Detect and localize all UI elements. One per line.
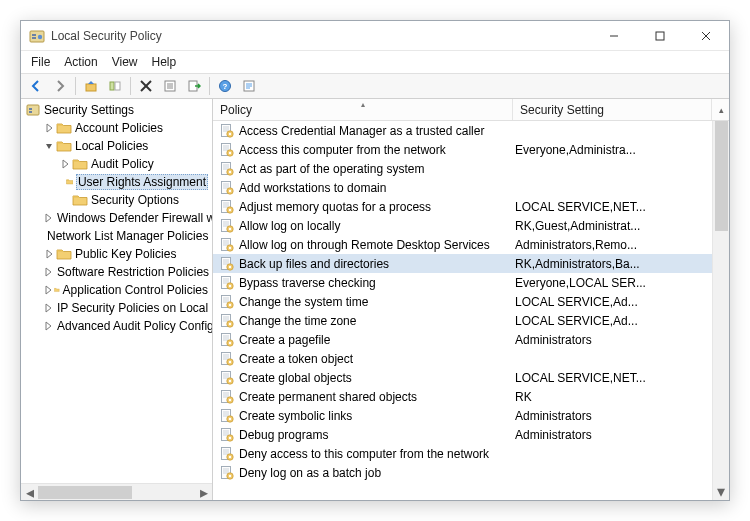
hscroll-thumb[interactable] xyxy=(38,486,132,499)
export-button[interactable] xyxy=(183,75,205,97)
list-row[interactable]: Debug programsAdministrators xyxy=(213,425,712,444)
cell-setting: Administrators xyxy=(513,428,712,442)
policy-text: Back up files and directories xyxy=(239,257,389,271)
folder-icon xyxy=(72,192,88,208)
tree-item[interactable]: Local Policies xyxy=(23,137,212,155)
list-row[interactable]: Access Credential Manager as a trusted c… xyxy=(213,121,712,140)
tree-item[interactable]: Advanced Audit Policy Configura xyxy=(23,317,212,335)
twisty-icon[interactable] xyxy=(43,212,53,224)
twisty-icon[interactable] xyxy=(43,284,53,296)
tree-item-label: Account Policies xyxy=(75,121,163,135)
tree-hscrollbar[interactable]: ◂ ▸ xyxy=(21,483,212,500)
list-row[interactable]: Change the time zoneLOCAL SERVICE,Ad... xyxy=(213,311,712,330)
policy-text: Allow log on through Remote Desktop Serv… xyxy=(239,238,490,252)
list-row[interactable]: Create a token object xyxy=(213,349,712,368)
tree-item-label: IP Security Policies on Local Com xyxy=(57,301,212,315)
tree-item[interactable]: Security Options xyxy=(23,191,212,209)
close-button[interactable] xyxy=(683,21,729,51)
twisty-icon[interactable] xyxy=(43,266,53,278)
tree-item[interactable]: Audit Policy xyxy=(23,155,212,173)
toolbar: ? xyxy=(21,73,729,99)
cell-setting: LOCAL SERVICE,NET... xyxy=(513,371,712,385)
scroll-right-icon[interactable]: ▸ xyxy=(195,484,212,501)
cell-policy: Create a token object xyxy=(213,351,513,367)
list-row[interactable]: Deny log on as a batch job xyxy=(213,463,712,482)
twisty-icon[interactable] xyxy=(43,140,55,152)
maximize-button[interactable] xyxy=(637,21,683,51)
list-row[interactable]: Adjust memory quotas for a processLOCAL … xyxy=(213,197,712,216)
list-row[interactable]: Create symbolic linksAdministrators xyxy=(213,406,712,425)
list-row[interactable]: Back up files and directoriesRK,Administ… xyxy=(213,254,712,273)
column-header-setting[interactable]: Security Setting xyxy=(513,99,712,120)
svg-point-33 xyxy=(229,132,231,134)
svg-point-111 xyxy=(229,379,231,381)
refresh-button[interactable] xyxy=(238,75,260,97)
list-row[interactable]: Create permanent shared objectsRK xyxy=(213,387,712,406)
column-header-scroll: ▴ xyxy=(712,99,729,120)
back-button[interactable] xyxy=(25,75,47,97)
scroll-down-icon[interactable]: ▾ xyxy=(713,483,729,500)
forward-button[interactable] xyxy=(49,75,71,97)
minimize-button[interactable] xyxy=(591,21,637,51)
properties-button[interactable] xyxy=(159,75,181,97)
twisty-icon[interactable] xyxy=(59,158,71,170)
tree[interactable]: Security SettingsAccount PoliciesLocal P… xyxy=(21,99,212,335)
policy-text: Bypass traverse checking xyxy=(239,276,376,290)
show-hide-button[interactable] xyxy=(104,75,126,97)
svg-rect-26 xyxy=(29,111,32,113)
tree-item[interactable]: Account Policies xyxy=(23,119,212,137)
list-vscrollbar[interactable]: ▾ xyxy=(712,121,729,500)
folder-icon xyxy=(72,156,88,172)
twisty-icon[interactable] xyxy=(43,122,55,134)
policy-text: Add workstations to domain xyxy=(239,181,386,195)
policy-icon xyxy=(219,142,235,158)
list-row[interactable]: Bypass traverse checkingEveryone,LOCAL S… xyxy=(213,273,712,292)
cell-policy: Create global objects xyxy=(213,370,513,386)
delete-button[interactable] xyxy=(135,75,157,97)
tree-item[interactable]: User Rights Assignment xyxy=(23,173,212,191)
tree-item[interactable]: Network List Manager Policies xyxy=(23,227,212,245)
tree-item[interactable]: Software Restriction Policies xyxy=(23,263,212,281)
twisty-icon[interactable] xyxy=(43,320,53,332)
scroll-left-icon[interactable]: ◂ xyxy=(21,484,38,501)
list-row[interactable]: Allow log on locallyRK,Guest,Administrat… xyxy=(213,216,712,235)
list-row[interactable]: Allow log on through Remote Desktop Serv… xyxy=(213,235,712,254)
menu-file[interactable]: File xyxy=(31,55,50,69)
policy-text: Deny access to this computer from the ne… xyxy=(239,447,489,461)
tree-item[interactable]: Windows Defender Firewall with xyxy=(23,209,212,227)
twisty-icon[interactable] xyxy=(43,302,53,314)
policy-icon xyxy=(219,370,235,386)
scroll-up-icon[interactable]: ▴ xyxy=(719,105,724,115)
policy-text: Create symbolic links xyxy=(239,409,352,423)
list-row[interactable]: Create global objectsLOCAL SERVICE,NET..… xyxy=(213,368,712,387)
list-row[interactable]: Create a pagefileAdministrators xyxy=(213,330,712,349)
list-row[interactable]: Deny access to this computer from the ne… xyxy=(213,444,712,463)
list-row[interactable]: Access this computer from the networkEve… xyxy=(213,140,712,159)
list-rows[interactable]: Access Credential Manager as a trusted c… xyxy=(213,121,712,500)
svg-point-141 xyxy=(229,474,231,476)
menu-action[interactable]: Action xyxy=(64,55,97,69)
tree-item-label: Software Restriction Policies xyxy=(57,265,209,279)
up-button[interactable] xyxy=(80,75,102,97)
policy-icon xyxy=(219,332,235,348)
tree-item[interactable]: Public Key Policies xyxy=(23,245,212,263)
help-button[interactable]: ? xyxy=(214,75,236,97)
list-row[interactable]: Act as part of the operating system xyxy=(213,159,712,178)
vscroll-thumb[interactable] xyxy=(715,121,728,231)
security-settings-icon xyxy=(25,102,41,118)
svg-rect-10 xyxy=(115,82,120,90)
policy-text: Create a token object xyxy=(239,352,353,366)
tree-item[interactable]: IP Security Policies on Local Com xyxy=(23,299,212,317)
menu-help[interactable]: Help xyxy=(152,55,177,69)
column-header-policy[interactable]: Policy ▴ xyxy=(213,99,513,120)
svg-point-75 xyxy=(229,265,231,267)
tree-item[interactable]: Application Control Policies xyxy=(23,281,212,299)
list-row[interactable]: Change the system timeLOCAL SERVICE,Ad..… xyxy=(213,292,712,311)
list-row[interactable]: Add workstations to domain xyxy=(213,178,712,197)
policy-icon xyxy=(219,313,235,329)
menu-view[interactable]: View xyxy=(112,55,138,69)
twisty-icon[interactable] xyxy=(43,248,55,260)
policy-icon xyxy=(219,389,235,405)
svg-point-39 xyxy=(229,151,231,153)
tree-root[interactable]: Security Settings xyxy=(23,101,212,119)
